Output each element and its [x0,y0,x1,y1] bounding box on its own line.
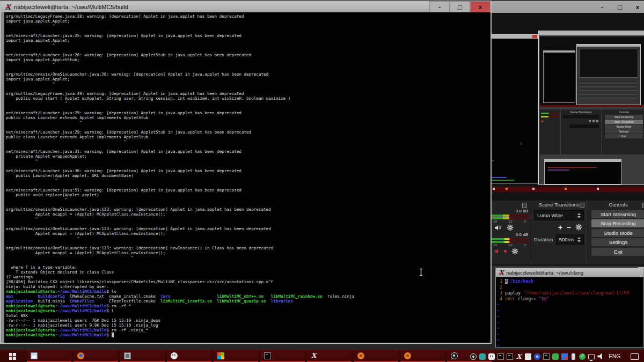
terminal-line: net/minecraft/Launcher.java:29: warning:… [6,110,491,115]
build-terminal-titlebar[interactable]: X nabijaczleweli@tarta: ~/uwu/MultiMC5/b… [1,2,491,12]
terminal-line: ^ [6,197,491,202]
start-button[interactable] [0,350,25,362]
obs-titlebar[interactable]: – □ x [489,1,644,13]
terminal-line: ^ [6,101,491,106]
robot-icon[interactable] [488,353,495,360]
maximize-button[interactable]: □ [450,1,470,13]
minimize-button[interactable]: – [429,1,450,13]
smiley-icon [171,352,178,359]
preview-mini-button: Stop Recording [605,120,643,124]
obs-icon[interactable] [470,353,477,360]
build-terminal-body[interactable]: org/multimc/LegacyFrame.java:20: warning… [4,12,491,343]
obs-button-studio-mode[interactable]: Studio Mode [591,229,644,237]
build-terminal-window: X nabijaczleweli@tarta: ~/uwu/MultiMC5/b… [0,1,492,344]
terminal-line: [90/456] Building CXX object libraries/c… [6,279,491,284]
usb-icon[interactable] [572,353,575,360]
tray-icons-container [470,353,604,360]
terminal-line: net/minecraft/Launcher.java:26: warning:… [6,53,491,57]
taskbar-app-button[interactable] [214,350,258,362]
terminal-line [6,125,491,130]
taskbar-app-button[interactable] [260,350,305,362]
terminal-line [6,67,491,72]
gear-icon[interactable] [507,224,514,231]
shield-check-icon[interactable] [579,353,586,360]
obs-button-exit[interactable]: Exit [591,248,644,256]
add-transition-button[interactable]: + [558,224,562,231]
terminal-line [6,202,491,207]
obs-button-stop-recording[interactable]: Stop Recording [591,219,644,227]
gear-icon[interactable] [511,248,518,255]
terminal-line: nabijaczleweli@tarta:~/uwu/MultiMC5/buil… [6,304,491,308]
preview-mini-button: Studio Mode [605,124,643,129]
clang-terminal-body[interactable]: 1#!/bin/bash23paplay "/home/nabijaczlewe… [496,277,643,347]
terminal-line: public void start ( Applet mcApplet, Str… [6,96,491,101]
terminal-icon[interactable] [497,353,504,360]
terminal-line: ^ [6,255,491,260]
taskbar-app-button[interactable] [167,350,211,362]
obs-button-settings[interactable]: Settings [591,238,644,246]
terminal-line [6,48,491,53]
obs-icon [451,352,458,359]
obs-button-start-streaming[interactable]: Start Streaming [591,210,644,218]
maximize-button[interactable]: □ [613,3,626,11]
taskbar-app-button[interactable] [354,350,398,362]
terminal-icon[interactable] [543,353,550,360]
network-icon[interactable] [588,354,595,359]
terminal-line [6,183,491,188]
muted-speaker-icon[interactable] [494,248,502,255]
terminal-line: ^ [6,62,491,67]
action-center-icon[interactable] [631,353,639,360]
terminal-line: import java.applet.Applet; [6,38,491,43]
obs-preview-area[interactable]: ( rs [489,13,644,201]
terminal-line: net/minecraft/Launcher.java:31: warning:… [6,149,491,154]
taskbar-app-button[interactable] [74,350,118,362]
obs-dock-row: 0.0 dB -15-10-5 0.0 dB [489,201,644,264]
taskbar-apps [27,350,492,362]
transition-properties-icon[interactable] [575,224,582,231]
vim-tilde-line: ~ [497,308,643,314]
vim-tilde-line: ~ [497,331,643,337]
close-button[interactable]: x [470,1,491,13]
terminal-icon[interactable] [507,353,513,360]
volume-icon[interactable] [597,353,604,360]
xterm-icon[interactable] [516,353,522,360]
scene-transitions-title: Scene Transitions [531,201,587,209]
preview-taskbar [489,187,644,192]
terminal-line [6,106,491,110]
spinner-arrows-icon[interactable] [577,237,581,242]
select-arrows-icon [577,213,581,218]
terminal-line: org/multimc/onesix/OneSixLauncher.java:1… [6,226,491,231]
preview-terminal-titlebar [489,34,538,39]
teal-app-icon[interactable] [479,353,486,360]
minimize-button[interactable]: – [596,3,609,11]
taskbar-app-button[interactable] [307,350,352,362]
close-button[interactable]: x [631,3,644,11]
window-icon[interactable] [525,353,531,360]
volume-meter [492,217,529,219]
duration-input[interactable]: 500ms [556,234,584,245]
photos-icon[interactable] [561,353,568,360]
clang-terminal-window: X nabijaczleweli@tarta: ~/uwu/clang 1#!/… [495,268,644,348]
speaker-icon[interactable] [494,224,502,231]
taskbar-app-button[interactable] [27,350,71,362]
transition-select[interactable]: Luma Wipe [534,210,584,220]
language-indicator[interactable]: ENG [609,353,620,359]
vim-line: 4exec clang++ "$@" [497,296,643,302]
terminal-line: private Applet wrappedApplet; [6,154,491,159]
taskbar-app-button[interactable] [400,350,445,362]
preview-mini-button: Start Streaming [605,115,643,119]
terminal-line: 17 warnings [6,275,491,279]
clang-terminal-titlebar[interactable]: X nabijaczleweli@tarta: ~/uwu/clang [496,268,643,277]
remove-transition-button[interactable]: − [567,224,571,231]
dock-options-icon[interactable] [522,203,527,208]
terminal-line: total 88K [6,313,491,318]
terminal-line: net/minecraft/Launcher.java:36: warning:… [6,168,491,173]
terminal-line: api buildconfig CMakeCache.txt cmake_ins… [6,294,491,299]
green-chat-icon[interactable] [552,353,559,360]
dock-options-icon[interactable] [580,203,584,208]
preview-level2-taskbar [540,105,644,107]
terminal-line: ^ [6,159,491,164]
q-app-icon[interactable] [534,353,540,360]
terminal-line [6,241,491,246]
taskbar-app-button[interactable] [120,350,165,362]
